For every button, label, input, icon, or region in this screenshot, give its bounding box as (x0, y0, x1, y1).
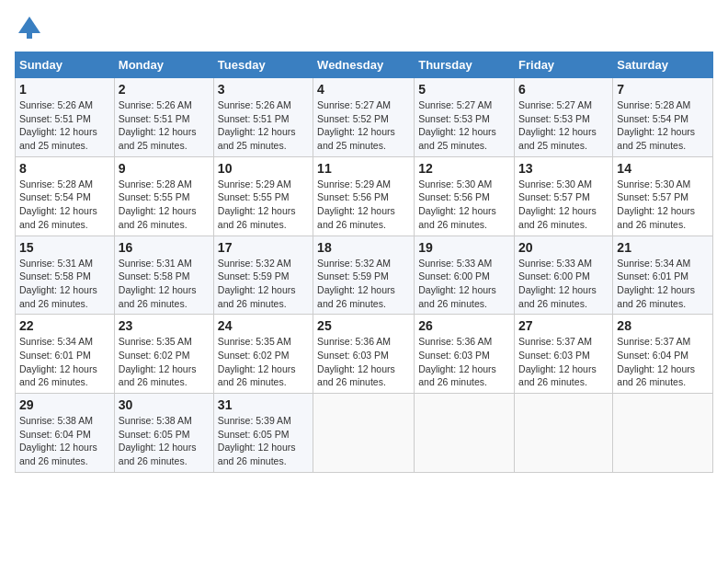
weekday-header: Tuesday (213, 52, 313, 78)
daylight-label: Daylight: 12 hours and 26 minutes. (218, 205, 296, 230)
daylight-label: Daylight: 12 hours and 26 minutes. (218, 363, 296, 388)
calendar-day-cell: 1 Sunrise: 5:26 AM Sunset: 5:51 PM Dayli… (16, 78, 115, 157)
sunrise-label: Sunrise: 5:27 AM (518, 99, 592, 110)
sunrise-label: Sunrise: 5:27 AM (418, 99, 492, 110)
calendar-day-cell: 16 Sunrise: 5:31 AM Sunset: 5:58 PM Dayl… (114, 236, 213, 315)
day-info: Sunrise: 5:36 AM Sunset: 6:03 PM Dayligh… (418, 335, 510, 389)
calendar-day-cell: 19 Sunrise: 5:33 AM Sunset: 6:00 PM Dayl… (415, 236, 515, 315)
sunrise-label: Sunrise: 5:36 AM (317, 336, 391, 347)
weekday-header: Sunday (16, 52, 115, 78)
weekday-header: Saturday (613, 52, 713, 78)
sunset-label: Sunset: 5:51 PM (119, 113, 190, 124)
sunrise-label: Sunrise: 5:28 AM (19, 178, 93, 190)
sunrise-label: Sunrise: 5:37 AM (617, 336, 690, 347)
day-number: 7 (617, 82, 709, 97)
day-number: 9 (119, 161, 210, 176)
sunrise-label: Sunrise: 5:28 AM (617, 99, 690, 110)
calendar-day-cell: 24 Sunrise: 5:35 AM Sunset: 6:02 PM Dayl… (213, 315, 313, 394)
sunrise-label: Sunrise: 5:26 AM (119, 99, 192, 110)
svg-rect-1 (27, 31, 32, 39)
day-info: Sunrise: 5:31 AM Sunset: 5:58 PM Dayligh… (19, 257, 110, 311)
day-info: Sunrise: 5:26 AM Sunset: 5:51 PM Dayligh… (119, 98, 210, 153)
calendar-day-cell: 29 Sunrise: 5:38 AM Sunset: 6:04 PM Dayl… (16, 394, 115, 473)
sunrise-label: Sunrise: 5:28 AM (119, 178, 192, 190)
sunset-label: Sunset: 5:54 PM (617, 113, 688, 124)
day-info: Sunrise: 5:35 AM Sunset: 6:02 PM Dayligh… (218, 335, 309, 389)
day-info: Sunrise: 5:27 AM Sunset: 5:52 PM Dayligh… (317, 98, 410, 153)
sunset-label: Sunset: 5:53 PM (518, 113, 590, 124)
day-info: Sunrise: 5:30 AM Sunset: 5:57 PM Dayligh… (518, 178, 609, 232)
day-info: Sunrise: 5:33 AM Sunset: 6:00 PM Dayligh… (518, 257, 609, 311)
daylight-label: Daylight: 12 hours and 26 minutes. (19, 363, 97, 388)
logo-icon (17, 15, 42, 40)
daylight-label: Daylight: 12 hours and 25 minutes. (19, 126, 97, 151)
sunrise-label: Sunrise: 5:39 AM (218, 415, 291, 426)
day-number: 21 (617, 240, 709, 255)
day-number: 6 (518, 82, 609, 97)
day-number: 31 (218, 397, 309, 412)
calendar-day-cell (515, 394, 613, 473)
daylight-label: Daylight: 12 hours and 26 minutes. (317, 284, 395, 309)
calendar-week-row: 22 Sunrise: 5:34 AM Sunset: 6:01 PM Dayl… (16, 315, 713, 394)
day-number: 13 (518, 161, 609, 176)
calendar-header-row: SundayMondayTuesdayWednesdayThursdayFrid… (16, 52, 713, 78)
calendar-day-cell: 28 Sunrise: 5:37 AM Sunset: 6:04 PM Dayl… (613, 315, 713, 394)
day-number: 12 (418, 161, 510, 176)
calendar-day-cell: 30 Sunrise: 5:38 AM Sunset: 6:05 PM Dayl… (114, 394, 213, 473)
day-number: 14 (617, 161, 709, 176)
daylight-label: Daylight: 12 hours and 26 minutes. (119, 284, 197, 309)
sunrise-label: Sunrise: 5:33 AM (418, 258, 492, 269)
sunset-label: Sunset: 5:57 PM (617, 191, 688, 202)
calendar-table: SundayMondayTuesdayWednesdayThursdayFrid… (15, 52, 713, 473)
sunrise-label: Sunrise: 5:38 AM (119, 415, 192, 426)
day-number: 19 (418, 240, 510, 255)
sunrise-label: Sunrise: 5:26 AM (218, 99, 291, 110)
day-number: 5 (418, 82, 510, 97)
day-number: 10 (218, 161, 309, 176)
calendar-week-row: 29 Sunrise: 5:38 AM Sunset: 6:04 PM Dayl… (16, 394, 713, 473)
sunrise-label: Sunrise: 5:30 AM (418, 178, 492, 190)
sunset-label: Sunset: 5:51 PM (19, 113, 91, 124)
calendar-week-row: 1 Sunrise: 5:26 AM Sunset: 5:51 PM Dayli… (16, 78, 713, 157)
daylight-label: Daylight: 12 hours and 26 minutes. (19, 284, 97, 309)
day-number: 29 (19, 397, 110, 412)
day-info: Sunrise: 5:29 AM Sunset: 5:55 PM Dayligh… (218, 178, 309, 232)
sunset-label: Sunset: 5:55 PM (218, 191, 290, 202)
daylight-label: Daylight: 12 hours and 26 minutes. (418, 205, 496, 230)
page-header (15, 15, 713, 40)
daylight-label: Daylight: 12 hours and 26 minutes. (518, 363, 597, 388)
calendar-day-cell (415, 394, 515, 473)
sunset-label: Sunset: 6:02 PM (218, 350, 290, 361)
day-number: 2 (119, 82, 210, 97)
day-info: Sunrise: 5:34 AM Sunset: 6:01 PM Dayligh… (19, 335, 110, 389)
sunset-label: Sunset: 6:03 PM (518, 350, 590, 361)
day-info: Sunrise: 5:27 AM Sunset: 5:53 PM Dayligh… (418, 98, 510, 153)
day-info: Sunrise: 5:26 AM Sunset: 5:51 PM Dayligh… (218, 98, 309, 153)
day-number: 27 (518, 318, 609, 333)
day-info: Sunrise: 5:37 AM Sunset: 6:04 PM Dayligh… (617, 335, 709, 389)
sunset-label: Sunset: 6:03 PM (418, 350, 490, 361)
daylight-label: Daylight: 12 hours and 26 minutes. (19, 442, 97, 466)
weekday-header: Monday (114, 52, 213, 78)
daylight-label: Daylight: 12 hours and 26 minutes. (317, 363, 395, 388)
calendar-day-cell: 5 Sunrise: 5:27 AM Sunset: 5:53 PM Dayli… (415, 78, 515, 157)
sunset-label: Sunset: 5:58 PM (119, 270, 190, 282)
daylight-label: Daylight: 12 hours and 25 minutes. (518, 126, 597, 151)
calendar-day-cell: 14 Sunrise: 5:30 AM Sunset: 5:57 PM Dayl… (613, 156, 713, 236)
sunset-label: Sunset: 6:01 PM (19, 350, 91, 361)
sunrise-label: Sunrise: 5:35 AM (119, 336, 192, 347)
day-number: 4 (317, 82, 410, 97)
sunset-label: Sunset: 5:53 PM (418, 113, 490, 124)
day-info: Sunrise: 5:26 AM Sunset: 5:51 PM Dayligh… (19, 98, 110, 153)
calendar-day-cell: 13 Sunrise: 5:30 AM Sunset: 5:57 PM Dayl… (515, 156, 613, 236)
sunrise-label: Sunrise: 5:26 AM (19, 99, 93, 110)
day-info: Sunrise: 5:29 AM Sunset: 5:56 PM Dayligh… (317, 178, 410, 232)
calendar-day-cell: 22 Sunrise: 5:34 AM Sunset: 6:01 PM Dayl… (16, 315, 115, 394)
calendar-day-cell: 20 Sunrise: 5:33 AM Sunset: 6:00 PM Dayl… (515, 236, 613, 315)
sunset-label: Sunset: 5:57 PM (518, 191, 590, 202)
day-number: 16 (119, 240, 210, 255)
calendar-day-cell: 17 Sunrise: 5:32 AM Sunset: 5:59 PM Dayl… (213, 236, 313, 315)
sunset-label: Sunset: 5:59 PM (218, 270, 290, 282)
sunrise-label: Sunrise: 5:35 AM (218, 336, 291, 347)
day-number: 15 (19, 240, 110, 255)
